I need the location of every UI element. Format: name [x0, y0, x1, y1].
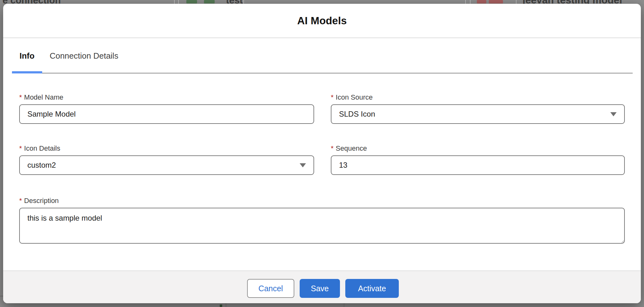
background-divider: [516, 0, 517, 4]
icon-details-label-text: Icon Details: [24, 144, 60, 153]
background-green-status-icon: [186, 0, 197, 3]
field-icon-source: * Icon Source SLDS Icon: [331, 93, 625, 101]
dialog-header: AI Models: [3, 4, 641, 38]
background-divider: [178, 0, 179, 4]
description-textarea[interactable]: this is a sample model: [19, 208, 625, 244]
cancel-button[interactable]: Cancel: [247, 279, 294, 298]
dialog-title: AI Models: [297, 15, 347, 27]
description-label-text: Description: [24, 197, 59, 205]
background-green-status-icon: [204, 0, 215, 3]
field-icon-details: * Icon Details custom2: [19, 144, 314, 153]
field-sequence: * Sequence: [331, 144, 625, 153]
tab-connection-details-label: Connection Details: [50, 51, 118, 61]
icon-details-label: * Icon Details: [19, 144, 314, 153]
tab-connection-details[interactable]: Connection Details: [42, 39, 126, 73]
model-name-label: * Model Name: [19, 93, 314, 101]
icon-details-select[interactable]: custom2: [19, 155, 314, 175]
model-name-label-text: Model Name: [24, 93, 64, 101]
background-divider: [226, 303, 226, 307]
field-model-name: * Model Name: [19, 93, 314, 101]
required-asterisk: *: [19, 197, 22, 205]
required-asterisk: *: [331, 93, 334, 101]
model-name-input[interactable]: [19, 104, 314, 124]
background-divider: [344, 303, 344, 307]
ai-models-dialog: AI Models Info Connection Details * Mode…: [3, 4, 641, 303]
description-label: * Description: [19, 197, 625, 205]
background-divider: [0, 296, 3, 297]
chevron-down-icon: [610, 112, 617, 116]
background-divider: [243, 0, 244, 4]
background-divider: [465, 0, 466, 4]
required-asterisk: *: [331, 144, 334, 153]
background-green-dot: [220, 304, 222, 307]
activate-button[interactable]: Activate: [345, 279, 399, 298]
tab-info-label: Info: [20, 51, 35, 61]
field-description: * Description this is a sample model: [19, 197, 625, 205]
background-red-status-icon: [477, 0, 486, 3]
sequence-input[interactable]: [331, 155, 625, 175]
required-asterisk: *: [19, 144, 22, 153]
icon-source-label: * Icon Source: [331, 93, 625, 101]
icon-source-selected-value: SLDS Icon: [339, 110, 375, 119]
sequence-label: * Sequence: [331, 144, 625, 153]
icon-source-label-text: Icon Source: [336, 93, 373, 101]
sequence-label-text: Sequence: [336, 144, 367, 153]
tab-info[interactable]: Info: [12, 39, 42, 73]
dialog-footer: Cancel Save Activate: [3, 270, 641, 303]
required-asterisk: *: [19, 93, 22, 101]
background-divider: [174, 0, 175, 4]
tab-bar: Info Connection Details: [12, 39, 633, 73]
icon-source-select[interactable]: SLDS Icon: [331, 104, 625, 124]
background-red-status-icon: [489, 0, 503, 3]
chevron-down-icon: [300, 163, 306, 167]
background-divider: [470, 0, 471, 4]
save-button[interactable]: Save: [300, 279, 340, 298]
icon-details-selected-value: custom2: [27, 161, 56, 170]
